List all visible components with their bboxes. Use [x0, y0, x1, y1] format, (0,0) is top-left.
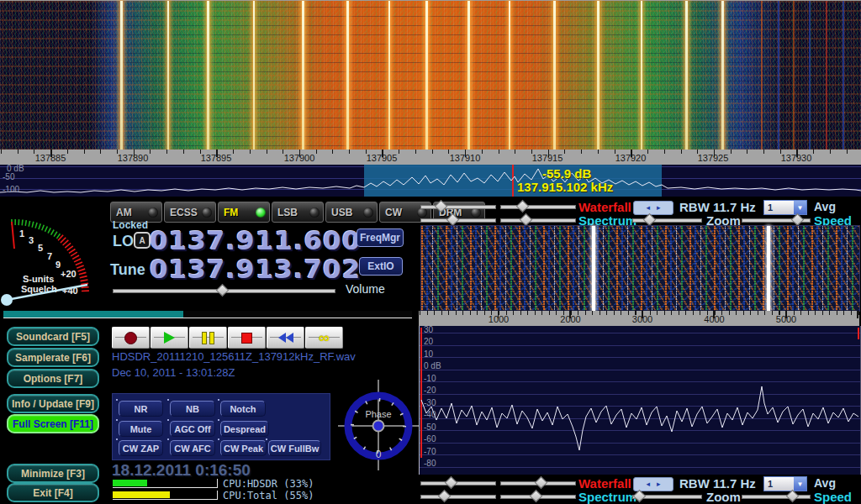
audio-waterfall[interactable]: [420, 225, 860, 312]
play-button[interactable]: [151, 327, 188, 349]
minimize-button[interactable]: Minimize [F3]: [7, 464, 99, 483]
left-arrow-icon[interactable]: ◂: [646, 480, 650, 488]
fullscreen-button[interactable]: Full Screen [F11]: [7, 414, 99, 433]
loop-infinity-icon: ∞: [319, 332, 330, 344]
notch-button[interactable]: Notch: [220, 401, 266, 417]
main-waterfall[interactable]: [0, 0, 861, 150]
nb-button[interactable]: NB: [170, 401, 215, 417]
zoom-slider[interactable]: [632, 495, 702, 499]
slider-thumb[interactable]: [791, 213, 805, 227]
avg-value: 1: [764, 202, 794, 213]
soundcard-button[interactable]: Soundcard [F5]: [7, 327, 99, 346]
signal-trace-line: [467, 1, 470, 150]
slider-thumb[interactable]: [516, 200, 530, 213]
freqmgr-button[interactable]: FreqMgr: [357, 228, 404, 247]
mode-lsb-button[interactable]: LSB: [272, 202, 324, 223]
cw-zap-button[interactable]: CW ZAP: [119, 440, 163, 456]
right-arrow-icon[interactable]: ▸: [657, 204, 661, 212]
audio-frequency-scale[interactable]: 1000 2000 3000 4000 5000: [419, 311, 859, 327]
loop-button[interactable]: ∞: [305, 327, 343, 349]
left-arrow-icon[interactable]: ◂: [646, 204, 650, 212]
signal-trace-line: [167, 1, 169, 150]
spectrum-range-slider[interactable]: [500, 495, 576, 499]
button-label: CW Peak: [224, 444, 263, 454]
db-tick-label: -30: [424, 398, 436, 407]
button-label: FreqMgr: [360, 232, 400, 244]
slider-thumb[interactable]: [643, 213, 657, 227]
pause-button[interactable]: [189, 327, 227, 349]
lo-frequency-digits[interactable]: 0137.911.600: [150, 225, 361, 255]
led-indicator-icon: [148, 207, 158, 218]
tune-label: Tune: [110, 261, 145, 279]
cw-fullbw-button[interactable]: CW FullBw: [268, 440, 321, 456]
stop-icon: [241, 333, 252, 344]
zoom-label: Zoom: [706, 490, 741, 504]
waterfall-brightness-slider[interactable]: [420, 205, 496, 209]
button-label: Options [F7]: [24, 373, 83, 385]
info-update-button[interactable]: Info / Update [F9]: [7, 394, 99, 413]
rewind-button[interactable]: [267, 327, 304, 349]
slider-thumb[interactable]: [520, 213, 533, 227]
db-axis-label: -50: [3, 172, 14, 181]
button-label: Notch: [230, 404, 256, 414]
signal-trace-line: [761, 1, 763, 150]
waterfall-contrast-slider[interactable]: [500, 205, 576, 209]
extio-button[interactable]: ExtIO: [359, 257, 403, 276]
lo-auto-lock-icon[interactable]: A: [134, 232, 151, 249]
right-arrow-icon[interactable]: ▸: [657, 480, 661, 488]
slider-thumb[interactable]: [786, 490, 800, 503]
phase-dial: Phase 0: [336, 378, 420, 472]
db-tick-label: 10: [424, 349, 433, 359]
despread-button[interactable]: Despread: [220, 421, 269, 437]
record-button[interactable]: [112, 327, 150, 349]
waterfall-shift-spinner[interactable]: ◂▸: [633, 201, 673, 215]
volume-slider-thumb[interactable]: [216, 284, 230, 297]
cw-afc-button[interactable]: CW AFC: [170, 440, 215, 456]
samplerate-button[interactable]: Samplerate [F6]: [7, 348, 99, 367]
slider-thumb[interactable]: [438, 490, 452, 503]
spectrum-range-slider[interactable]: [500, 218, 576, 223]
avg-combobox[interactable]: 1▼: [763, 200, 807, 215]
signal-trace-line: [721, 1, 724, 150]
volume-slider[interactable]: [113, 289, 335, 293]
avg-label: Avg: [814, 200, 836, 213]
tune-frequency-digits[interactable]: 0137.913.702: [150, 254, 361, 284]
mode-ecss-button[interactable]: ECSS: [164, 202, 216, 223]
mute-button[interactable]: Mute: [119, 421, 163, 437]
phase-value: 0: [376, 449, 382, 460]
zoom-slider[interactable]: [632, 218, 702, 223]
waterfall-brightness-slider[interactable]: [420, 481, 496, 486]
slider-thumb[interactable]: [530, 490, 543, 503]
speed-slider[interactable]: [742, 495, 811, 499]
squelch-level-bar[interactable]: [3, 311, 412, 318]
freq-tick-label: 137900: [284, 153, 315, 163]
audio-spectrum[interactable]: 30 20 10 0 dB -10 -20 -30 -40 -50 -60 -7…: [419, 326, 861, 475]
pause-icon: [202, 332, 214, 344]
chevron-down-icon[interactable]: ▼: [794, 201, 806, 214]
chevron-down-icon[interactable]: ▼: [794, 477, 806, 491]
carrier-line: [767, 226, 770, 311]
cpu-total-fill: [113, 491, 170, 498]
mode-label: ECSS: [170, 207, 198, 218]
signal-trace-line: [553, 1, 556, 150]
main-spectrum[interactable]: 0 dB -50 -100 -55.9 dB 137.915.102 kHz: [0, 165, 861, 197]
nr-button[interactable]: NR: [119, 401, 163, 417]
slider-thumb[interactable]: [445, 476, 458, 490]
avg-combobox[interactable]: 1▼: [763, 476, 807, 491]
db-tick-label: -60: [424, 434, 436, 444]
waterfall-contrast-slider[interactable]: [500, 481, 576, 486]
exit-button[interactable]: Exit [F4]: [7, 483, 99, 502]
cw-peak-button[interactable]: CW Peak: [220, 440, 267, 456]
spectrum-ref-slider[interactable]: [420, 495, 496, 499]
main-frequency-scale[interactable]: 137885 137890 137895 137900 137905 13791…: [0, 150, 861, 165]
mode-usb-button[interactable]: USB: [325, 202, 378, 223]
agc-off-button[interactable]: AGC Off: [170, 421, 215, 437]
mode-fm-button[interactable]: FM: [218, 202, 270, 223]
slider-thumb[interactable]: [535, 476, 548, 490]
speed-slider[interactable]: [742, 218, 811, 223]
spectrum-ref-slider[interactable]: [420, 218, 496, 223]
signal-trace-line: [809, 1, 811, 150]
button-label: Despread: [224, 424, 266, 434]
options-button[interactable]: Options [F7]: [7, 369, 99, 388]
stop-button[interactable]: [228, 327, 266, 349]
